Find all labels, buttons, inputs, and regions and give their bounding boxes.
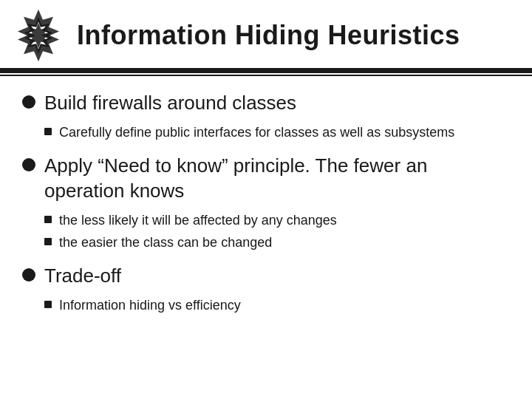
section-3-sub-1: Information hiding vs efficiency (59, 296, 241, 315)
page-title: Information Hiding Heuristics (77, 20, 460, 51)
bullet-l2-1-1: Carefully define public interfaces for c… (44, 123, 510, 142)
section-2-sub-2: the easier the class can be changed (59, 233, 272, 252)
bullet-l2-3-1: Information hiding vs efficiency (44, 296, 510, 315)
bullet-sq-3-1 (44, 301, 52, 308)
section-2-sublist: the less likely it will be affected by a… (44, 211, 510, 252)
section-1-sub-1: Carefully define public interfaces for c… (59, 123, 454, 142)
section-3-title: Trade-off (44, 264, 121, 289)
bullet-dot-1 (22, 95, 35, 109)
bullet-sq-1-1 (44, 128, 52, 135)
bullet-sq-2-1 (44, 216, 52, 223)
bullet-l2-2-1: the less likely it will be affected by a… (44, 211, 510, 230)
bullet-l1-3: Trade-off (22, 264, 510, 289)
slide: Information Hiding Heuristics Build fire… (0, 0, 532, 399)
bullet-l2-2-2: the easier the class can be changed (44, 233, 510, 252)
section-1-title: Build firewalls around classes (44, 91, 296, 116)
section-1-sublist: Carefully define public interfaces for c… (44, 123, 510, 142)
section-2-title: Apply “Need to know” principle. The fewe… (44, 154, 510, 204)
section-1: Build firewalls around classes Carefully… (22, 91, 510, 142)
section-3: Trade-off Information hiding vs efficien… (22, 264, 510, 315)
divider (0, 70, 532, 73)
section-2: Apply “Need to know” principle. The fewe… (22, 154, 510, 252)
bullet-l1-2: Apply “Need to know” principle. The fewe… (22, 154, 510, 204)
logo-icon (12, 9, 65, 62)
bullet-sq-2-2 (44, 238, 52, 245)
bullet-dot-2 (22, 158, 35, 171)
content-area: Build firewalls around classes Carefully… (0, 76, 532, 399)
section-2-sub-1: the less likely it will be affected by a… (59, 211, 337, 230)
bullet-dot-3 (22, 268, 35, 282)
bullet-l1-1: Build firewalls around classes (22, 91, 510, 116)
section-3-sublist: Information hiding vs efficiency (44, 296, 510, 315)
slide-header: Information Hiding Heuristics (0, 0, 532, 70)
